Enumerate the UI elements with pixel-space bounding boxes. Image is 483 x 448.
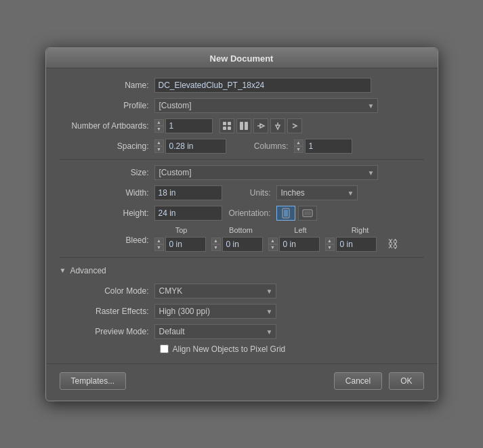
svg-rect-4 (240, 122, 243, 130)
units-label: Units: (222, 188, 276, 198)
bleed-fields: Top Bottom Left Right ▲ ▼ (154, 226, 398, 252)
orientation-buttons (276, 206, 317, 221)
bleed-labels-row: Top Bottom Left Right (154, 226, 387, 234)
artboards-input[interactable] (165, 118, 213, 133)
preview-select-wrapper: Default Pixel Overprint ▼ (154, 324, 276, 339)
bleed-bottom-input[interactable] (222, 237, 263, 252)
artboards-row: Number of Artboards: ▲ ▼ (60, 118, 424, 133)
bleed-top-stepper: ▲ ▼ (154, 237, 206, 252)
svg-rect-1 (228, 122, 231, 125)
profile-select[interactable]: [Custom] Print Web Mobile (154, 98, 378, 113)
spacing-arrows: ▲ ▼ (154, 139, 164, 153)
grid-by-row-icon[interactable] (219, 118, 234, 133)
bleed-top-up[interactable]: ▲ (154, 238, 164, 244)
advanced-toggle[interactable]: ▼ Advanced (60, 263, 424, 278)
preview-select[interactable]: Default Pixel Overprint (154, 324, 276, 339)
size-row: Size: [Custom] Letter Legal A4 ▼ (60, 165, 424, 180)
size-label: Size: (60, 168, 154, 177)
spacing-stepper: ▲ ▼ (154, 139, 226, 154)
bleed-bottom-down[interactable]: ▼ (211, 244, 221, 251)
width-input[interactable] (154, 185, 222, 200)
separator-2 (60, 257, 424, 258)
raster-select[interactable]: High (300 ppi) Medium (150 ppi) Low (72 … (154, 304, 276, 319)
height-label: Height: (60, 208, 154, 218)
raster-row: Raster Effects: High (300 ppi) Medium (1… (60, 304, 424, 319)
height-input[interactable] (154, 206, 222, 221)
templates-button[interactable]: Templates... (60, 372, 127, 390)
artboards-up[interactable]: ▲ (154, 119, 164, 126)
dialog-titlebar: New Document (46, 48, 438, 68)
bleed-right-up[interactable]: ▲ (325, 238, 335, 244)
svg-rect-9 (304, 211, 311, 215)
orientation-label: Orientation: (222, 208, 276, 218)
bleed-right-stepper: ▲ ▼ (325, 237, 377, 252)
name-input[interactable] (154, 78, 371, 93)
name-row: Name: (60, 78, 424, 93)
bleed-top-input[interactable] (165, 237, 206, 252)
bleed-left-input[interactable] (279, 237, 320, 252)
bleed-inputs-row: ▲ ▼ ▲ ▼ (154, 237, 398, 252)
align-checkbox-row: Align New Objects to Pixel Grid (160, 344, 424, 354)
bleed-right-label: Right (333, 226, 387, 234)
raster-select-wrapper: High (300 ppi) Medium (150 ppi) Low (72 … (154, 304, 276, 319)
grid-by-col-icon[interactable] (236, 118, 251, 133)
ok-cancel-group: Cancel OK (334, 372, 424, 390)
ok-button[interactable]: OK (389, 372, 423, 390)
units-select[interactable]: Inches Centimeters Millimeters Pixels Po… (276, 185, 358, 200)
bleed-right-input[interactable] (336, 237, 377, 252)
bleed-bottom-up[interactable]: ▲ (211, 238, 221, 244)
spacing-up[interactable]: ▲ (154, 139, 164, 146)
landscape-button[interactable] (298, 206, 317, 221)
bleed-right-down[interactable]: ▼ (325, 244, 335, 251)
portrait-button[interactable] (276, 206, 295, 221)
size-select-wrapper: [Custom] Letter Legal A4 ▼ (154, 165, 378, 180)
raster-label: Raster Effects: (60, 307, 154, 316)
advanced-triangle-icon: ▼ (60, 267, 66, 274)
artboard-layout-icons (219, 118, 302, 133)
bleed-top-down[interactable]: ▼ (154, 244, 164, 251)
dialog-title: New Document (210, 53, 274, 64)
bleed-section: Bleed: Top Bottom Left Right ▲ ▼ (60, 226, 424, 252)
profile-label: Profile: (60, 101, 154, 110)
new-document-dialog: New Document Name: Profile: [Custom] Pri… (45, 47, 438, 401)
bleed-left-down[interactable]: ▼ (268, 244, 278, 251)
artboards-down[interactable]: ▼ (154, 126, 164, 133)
columns-up[interactable]: ▲ (294, 139, 303, 146)
preview-row: Preview Mode: Default Pixel Overprint ▼ (60, 324, 424, 339)
arrange-by-col-icon[interactable] (270, 118, 285, 133)
color-mode-select-wrapper: CMYK RGB ▼ (154, 284, 276, 298)
artboards-arrows: ▲ ▼ (154, 119, 164, 133)
svg-rect-3 (228, 127, 231, 130)
profile-row: Profile: [Custom] Print Web Mobile ▼ (60, 98, 424, 113)
cancel-button[interactable]: Cancel (334, 372, 382, 390)
align-checkbox[interactable] (160, 344, 169, 353)
color-mode-select[interactable]: CMYK RGB (154, 284, 276, 298)
bleed-top-label: Top (154, 226, 209, 234)
height-row: Height: Orientation: (60, 206, 424, 221)
columns-down[interactable]: ▼ (294, 146, 303, 153)
units-select-wrapper: Inches Centimeters Millimeters Pixels Po… (276, 185, 358, 200)
spacing-row: Spacing: ▲ ▼ Columns: ▲ ▼ (60, 139, 424, 154)
dialog-footer: Templates... Cancel OK (46, 363, 438, 401)
arrange-by-row-icon[interactable] (253, 118, 268, 133)
color-mode-label: Color Mode: (60, 286, 154, 296)
color-mode-row: Color Mode: CMYK RGB ▼ (60, 284, 424, 298)
columns-input[interactable] (305, 139, 352, 154)
spacing-down[interactable]: ▼ (154, 146, 164, 153)
advanced-label: Advanced (70, 266, 106, 275)
bleed-left-up[interactable]: ▲ (268, 238, 278, 244)
link-bleed-icon[interactable]: ⛓ (387, 238, 398, 250)
size-select[interactable]: [Custom] Letter Legal A4 (154, 165, 378, 180)
name-label: Name: (60, 81, 154, 90)
width-row: Width: Units: Inches Centimeters Millime… (60, 185, 424, 200)
artboards-label: Number of Artboards: (60, 121, 154, 131)
spacing-input[interactable] (165, 139, 226, 154)
svg-rect-5 (245, 122, 248, 130)
bleed-left-stepper: ▲ ▼ (268, 237, 320, 252)
bleed-bottom-label: Bottom (214, 226, 268, 234)
move-right-icon[interactable] (287, 118, 302, 133)
columns-label: Columns: (226, 141, 294, 151)
align-checkbox-label: Align New Objects to Pixel Grid (173, 344, 286, 354)
artboards-stepper: ▲ ▼ (154, 118, 213, 133)
columns-stepper: ▲ ▼ (294, 139, 352, 154)
